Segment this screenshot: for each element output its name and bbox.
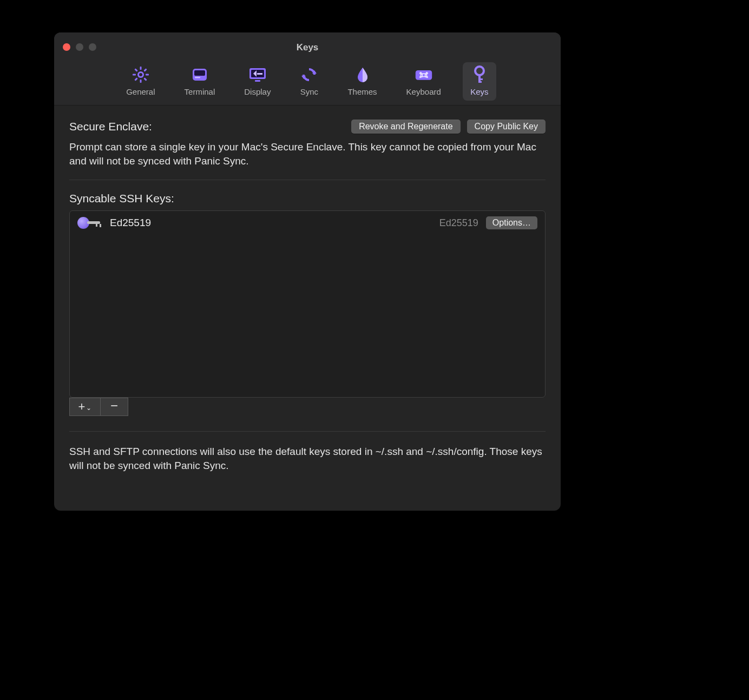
tab-label: Terminal (185, 87, 215, 96)
svg-rect-26 (478, 81, 482, 83)
tab-label: General (126, 87, 155, 96)
tab-label: Sync (300, 87, 318, 96)
tab-keys[interactable]: Keys (463, 62, 496, 101)
tab-label: Display (244, 87, 271, 96)
tab-label: Themes (347, 87, 377, 96)
display-icon (248, 65, 267, 84)
preferences-tabs: General Terminal (54, 62, 561, 101)
divider (69, 180, 546, 180)
secure-enclave-actions: Revoke and Regenerate Copy Public Key (351, 120, 546, 134)
plus-icon: + (78, 400, 86, 414)
minus-icon: − (110, 398, 118, 413)
content-area: Secure Enclave: Revoke and Regenerate Co… (54, 105, 561, 486)
svg-rect-25 (478, 78, 483, 80)
window-title: Keys (54, 42, 561, 53)
key-icon (77, 216, 102, 229)
svg-point-23 (475, 67, 484, 75)
svg-rect-17 (416, 70, 432, 80)
svg-rect-8 (143, 77, 147, 81)
keyboard-icon (415, 65, 433, 84)
svg-rect-5 (143, 68, 147, 71)
preferences-window: Keys (54, 32, 561, 511)
copy-public-key-button[interactable]: Copy Public Key (467, 120, 546, 134)
svg-rect-15 (255, 80, 260, 82)
divider (69, 431, 546, 432)
svg-rect-3 (133, 74, 136, 76)
sync-icon (300, 65, 318, 84)
ssh-key-row[interactable]: Ed25519 Ed25519 Options… (70, 211, 545, 235)
titlebar: Keys (54, 32, 561, 105)
terminal-icon (190, 65, 209, 84)
tab-label: Keyboard (406, 87, 441, 96)
keys-icon (470, 65, 489, 84)
remove-key-button[interactable]: − (100, 398, 128, 416)
tab-keyboard[interactable]: Keyboard (399, 62, 449, 101)
tab-sync[interactable]: Sync (292, 62, 326, 101)
tab-general[interactable]: General (119, 62, 162, 101)
ssh-key-options-button[interactable]: Options… (486, 216, 537, 229)
secure-enclave-title: Secure Enclave: (69, 120, 152, 133)
svg-rect-16 (257, 73, 262, 75)
footer-note: SSH and SFTP connections will also use t… (69, 445, 546, 472)
tab-label: Keys (470, 87, 488, 96)
tab-terminal[interactable]: Terminal (177, 62, 223, 101)
svg-rect-2 (140, 80, 141, 83)
svg-point-9 (139, 73, 142, 76)
themes-icon (353, 65, 372, 84)
svg-rect-6 (134, 77, 137, 81)
ssh-key-type: Ed25519 (439, 217, 478, 229)
svg-rect-7 (134, 68, 137, 71)
secure-enclave-header: Secure Enclave: Revoke and Regenerate Co… (69, 120, 546, 134)
gear-icon (132, 65, 150, 84)
tab-display[interactable]: Display (236, 62, 278, 101)
syncable-keys-title: Syncable SSH Keys: (69, 192, 546, 205)
svg-rect-24 (478, 74, 481, 82)
list-controls: + ⌄ − (69, 398, 546, 416)
add-key-button[interactable]: + ⌄ (69, 398, 100, 416)
chevron-down-icon: ⌄ (86, 404, 91, 412)
secure-enclave-description: Prompt can store a single key in your Ma… (69, 140, 546, 168)
svg-rect-11 (194, 70, 205, 76)
svg-rect-12 (195, 77, 200, 78)
ssh-key-name: Ed25519 (110, 217, 151, 229)
ssh-keys-list: Ed25519 Ed25519 Options… (69, 210, 546, 398)
svg-rect-4 (146, 74, 149, 76)
revoke-regenerate-button[interactable]: Revoke and Regenerate (351, 120, 460, 134)
svg-rect-1 (140, 67, 141, 70)
tab-themes[interactable]: Themes (340, 62, 384, 101)
